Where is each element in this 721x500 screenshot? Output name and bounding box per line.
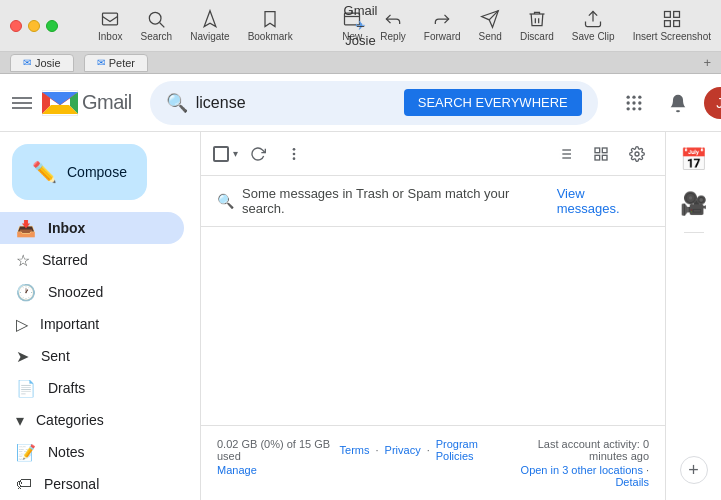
svg-point-17 — [626, 95, 629, 98]
refresh-button[interactable] — [242, 138, 274, 170]
storage-text: 0.02 GB (0%) of 15 GB used — [217, 438, 340, 462]
toolbar-inbox[interactable]: Inbox — [98, 9, 122, 42]
info-banner: 🔍 Some messages in Trash or Spam match y… — [201, 176, 665, 227]
toolbar-forward[interactable]: Forward — [424, 9, 461, 42]
search-input[interactable] — [196, 94, 396, 112]
sidebar-item-sent[interactable]: ➤ Sent — [0, 340, 184, 372]
svg-rect-36 — [602, 148, 607, 153]
terms-link[interactable]: Terms — [340, 444, 370, 456]
sidebar-item-personal[interactable]: 🏷 Personal — [0, 468, 184, 500]
minimize-button[interactable] — [28, 20, 40, 32]
sidebar-item-inbox[interactable]: 📥 Inbox — [0, 212, 184, 244]
avatar[interactable]: J — [704, 87, 721, 119]
svg-line-2 — [160, 23, 165, 28]
compose-button[interactable]: ✏️ Compose — [12, 144, 147, 200]
tab-peter[interactable]: ✉ Peter — [84, 54, 148, 72]
search-bar-icon: 🔍 — [166, 92, 188, 114]
titlebar: Inbox Search Navigate Bookmark ✈ Gmail –… — [0, 0, 721, 52]
search-bar[interactable]: 🔍 SEARCH EVERYWHERE — [150, 81, 598, 125]
toolbar-save-clip[interactable]: Save Clip — [572, 9, 615, 42]
footer-right: Last account activity: 0 minutes ago Ope… — [496, 438, 649, 488]
svg-point-1 — [150, 12, 162, 24]
select-dropdown-icon[interactable]: ▾ — [233, 148, 238, 159]
gmail-app: Gmail 🔍 SEARCH EVERYWHERE J ✏️ Compose — [0, 74, 721, 500]
select-all-checkbox[interactable] — [213, 146, 229, 162]
important-icon: ▷ — [16, 315, 28, 334]
svg-marker-3 — [204, 11, 216, 27]
svg-rect-10 — [664, 12, 670, 18]
snooze-icon: 🕐 — [16, 283, 36, 302]
sidebar-item-important[interactable]: ▷ Important — [0, 308, 184, 340]
toolbar-right — [549, 138, 653, 170]
svg-point-24 — [632, 107, 635, 110]
right-panel-divider — [684, 232, 704, 233]
toolbar-discard[interactable]: Discard — [520, 9, 554, 42]
sidebar-item-starred[interactable]: ☆ Starred — [0, 244, 184, 276]
calendar-icon[interactable]: 📅 — [674, 140, 714, 180]
view-toggle-button[interactable] — [549, 138, 581, 170]
main-toolbar: ▾ — [201, 132, 665, 176]
svg-point-25 — [638, 107, 641, 110]
svg-rect-0 — [103, 13, 118, 25]
add-tab-button[interactable]: + — [703, 55, 711, 70]
last-activity-text: Last account activity: 0 minutes ago — [496, 438, 649, 462]
svg-rect-15 — [12, 102, 32, 104]
info-banner-text: Some messages in Trash or Spam match you… — [242, 186, 549, 216]
svg-point-23 — [626, 107, 629, 110]
tab-josie[interactable]: ✉ Josie — [10, 54, 74, 72]
drafts-icon: 📄 — [16, 379, 36, 398]
manage-link[interactable]: Manage — [217, 464, 340, 476]
apps-button[interactable] — [616, 85, 652, 121]
footer-left: 0.02 GB (0%) of 15 GB used Manage — [217, 438, 340, 476]
app-body: ✏️ Compose 📥 Inbox ☆ Starred 🕐 Snoozed ▷… — [0, 132, 721, 500]
privacy-link[interactable]: Privacy — [385, 444, 421, 456]
right-panel: 📅 🎥 + — [665, 132, 721, 500]
svg-rect-37 — [602, 155, 607, 160]
toolbar-reply[interactable]: Reply — [380, 9, 406, 42]
svg-point-20 — [626, 101, 629, 104]
sidebar-item-snoozed[interactable]: 🕐 Snoozed — [0, 276, 184, 308]
toolbar-bookmark[interactable]: Bookmark — [248, 9, 293, 42]
open-locations-link[interactable]: Open in 3 other locations — [521, 464, 643, 476]
toolbar-search[interactable]: Search — [140, 9, 172, 42]
toolbar-insert-screenshot[interactable]: Insert Screenshot — [633, 9, 711, 42]
program-policies-link[interactable]: Program Policies — [436, 438, 497, 462]
email-list[interactable] — [201, 227, 665, 425]
sidebar: ✏️ Compose 📥 Inbox ☆ Starred 🕐 Snoozed ▷… — [0, 132, 200, 500]
svg-point-21 — [632, 101, 635, 104]
close-button[interactable] — [10, 20, 22, 32]
toolbar-send[interactable]: Send — [479, 9, 502, 42]
tab-peter-icon: ✉ — [97, 57, 105, 68]
svg-point-18 — [632, 95, 635, 98]
sent-icon: ➤ — [16, 347, 29, 366]
window-title: Gmail – Josie — [344, 3, 378, 48]
details-link[interactable]: Details — [615, 476, 649, 488]
svg-rect-11 — [673, 12, 679, 18]
notifications-button[interactable] — [660, 85, 696, 121]
density-button[interactable] — [585, 138, 617, 170]
sidebar-item-categories[interactable]: ▾ Categories — [0, 404, 184, 436]
svg-point-27 — [293, 152, 296, 155]
svg-point-19 — [638, 95, 641, 98]
svg-point-22 — [638, 101, 641, 104]
sidebar-item-notes[interactable]: 📝 Notes — [0, 436, 184, 468]
more-options-button[interactable] — [278, 138, 310, 170]
sidebar-item-drafts[interactable]: 📄 Drafts — [0, 372, 184, 404]
tab-josie-icon: ✉ — [23, 57, 31, 68]
gmail-logo-text: Gmail — [82, 91, 132, 114]
add-app-button[interactable]: + — [680, 456, 708, 484]
personal-icon: 🏷 — [16, 475, 32, 493]
toolbar-navigate[interactable]: Navigate — [190, 9, 229, 42]
meet-icon[interactable]: 🎥 — [674, 184, 714, 224]
hamburger-button[interactable] — [12, 85, 32, 121]
info-icon: 🔍 — [217, 193, 234, 209]
top-nav-right: J — [616, 85, 721, 121]
view-messages-link[interactable]: View messages. — [557, 186, 649, 216]
search-everywhere-button[interactable]: SEARCH EVERYWHERE — [404, 89, 582, 116]
maximize-button[interactable] — [46, 20, 58, 32]
main-panel: ▾ — [200, 132, 665, 500]
settings-button[interactable] — [621, 138, 653, 170]
traffic-lights — [10, 20, 58, 32]
compose-icon: ✏️ — [32, 160, 57, 184]
svg-rect-38 — [595, 155, 600, 160]
